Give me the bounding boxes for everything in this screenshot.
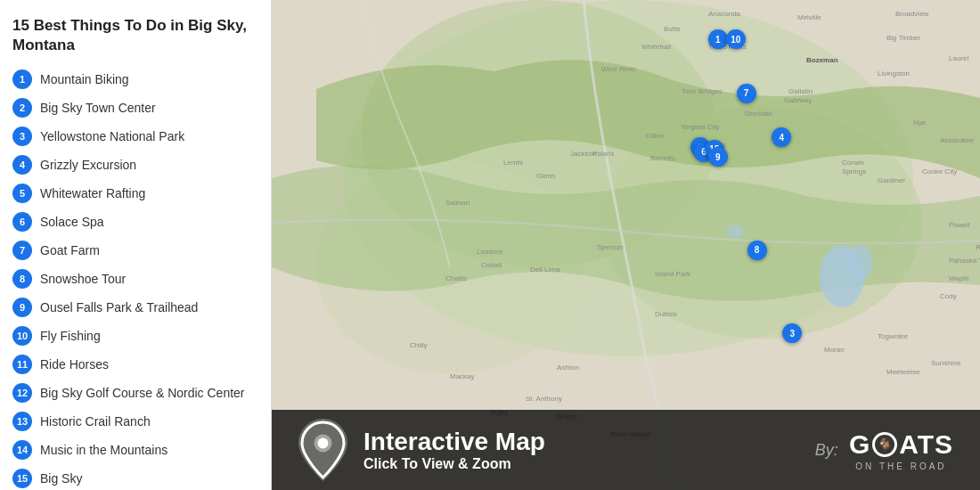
svg-text:Island Park: Island Park [655,270,691,278]
map-pin[interactable]: 10 [726,29,746,49]
svg-text:Salmon: Salmon [445,199,470,207]
list-item[interactable]: 14Music in the Mountains [12,440,258,460]
svg-text:Springs: Springs [842,167,866,176]
map-pin[interactable]: 9 [708,147,728,167]
svg-text:Cooke City: Cooke City [922,167,957,176]
svg-text:Absarokee: Absarokee [940,136,975,144]
svg-text:Chilly: Chilly [410,341,428,349]
svg-text:Butte: Butte [664,25,681,33]
item-label: Goat Farm [40,243,100,257]
location-pin-icon [298,419,347,481]
list-item[interactable]: 11Ride Horses [12,355,258,374]
list-item[interactable]: 7Goat Farm [12,241,258,260]
map-panel[interactable]: Melville Broadview Big Timber Anaconda B… [272,0,980,490]
item-badge: 15 [12,469,32,488]
list-item[interactable]: 3Yellowstone National Park [12,127,258,146]
item-badge: 6 [12,212,32,232]
svg-text:Cody: Cody [940,292,957,300]
item-label: Snowshoe Tour [40,272,126,286]
item-badge: 3 [12,127,32,146]
item-badge: 12 [12,383,32,403]
item-label: Fly Fishing [40,329,101,343]
list-item[interactable]: 10Fly Fishing [12,326,258,346]
overlay-right: By: G 🐐 ATS ON THE ROAD [815,429,953,471]
map-pin[interactable]: 1 [708,29,728,49]
item-badge: 10 [12,326,32,346]
svg-text:Powell: Powell [949,221,970,229]
svg-text:Lemhi: Lemhi [503,159,523,167]
svg-text:Spencer: Spencer [597,243,624,251]
svg-text:Togwotee: Togwotee [878,332,909,340]
svg-text:Ashton: Ashton [557,363,579,372]
svg-text:Dell Lima: Dell Lima [530,265,560,274]
item-badge: 9 [12,298,32,317]
list-item[interactable]: 13Historic Crail Ranch [12,412,258,431]
svg-point-6 [846,245,873,281]
list-item[interactable]: 8Snowshoe Tour [12,269,258,289]
item-badge: 2 [12,98,32,118]
item-label: Ousel Falls Park & Trailhead [40,300,198,314]
item-badge: 1 [12,69,32,89]
item-label: Yellowstone National Park [40,129,184,143]
list-item[interactable]: 9Ousel Falls Park & Trailhead [12,298,258,317]
svg-text:Wise River: Wise River [601,65,636,73]
list-item[interactable]: 15Big Sky [12,469,258,488]
svg-text:Laurel: Laurel [949,54,968,62]
svg-text:Gateway: Gateway [784,96,813,104]
svg-text:Wapiti: Wapiti [949,274,968,282]
map-pin[interactable]: 8 [747,241,767,260]
svg-point-7 [726,225,744,239]
list-item[interactable]: 6Solace Spa [12,212,258,232]
svg-text:Cobalt: Cobalt [481,261,502,269]
item-badge: 14 [12,440,32,460]
item-label: Ride Horses [40,357,109,372]
svg-text:Melville: Melville [797,13,821,21]
svg-text:Dubois: Dubois [655,310,677,318]
overlay-subtitle: Click To View & Zoom [363,456,545,472]
svg-point-62 [318,438,329,449]
map-pin[interactable]: 3 [782,323,802,343]
list-item[interactable]: 5Whitewater Rafting [12,184,258,203]
svg-text:Pahaska Tepee: Pahaska Tepee [949,257,980,265]
svg-text:Corwin: Corwin [842,159,864,167]
svg-text:Whitehall: Whitehall [641,43,671,51]
svg-text:Livingston: Livingston [878,69,910,78]
svg-text:Broadview: Broadview [895,10,929,18]
goats-logo: G 🐐 ATS ON THE ROAD [849,429,953,471]
list-item[interactable]: 2Big Sky Town Center [12,98,258,118]
svg-text:Big Timber: Big Timber [886,34,921,42]
list-item[interactable]: 1Mountain Biking [12,69,258,89]
overlay-title: Interactive Map [363,428,545,456]
svg-text:Sunshine: Sunshine [931,359,961,367]
svg-text:Ralston: Ralston [976,243,980,251]
svg-text:Leadore: Leadore [477,248,503,256]
item-badge: 4 [12,155,32,175]
map-pin[interactable]: 7 [737,84,756,103]
svg-text:Nye: Nye [913,118,927,127]
map-pin[interactable]: 4 [772,127,791,147]
item-badge: 8 [12,269,32,289]
svg-text:Challis: Challis [445,274,467,282]
svg-text:Anaconda: Anaconda [708,10,741,18]
svg-text:Dillon: Dillon [646,132,664,140]
svg-text:Barretts: Barretts [650,154,675,162]
item-badge: 7 [12,241,32,260]
svg-text:Gallatin: Gallatin [788,87,813,95]
map-overlay: Interactive Map Click To View & Zoom By:… [272,410,980,490]
item-label: Historic Crail Ranch [40,414,151,429]
svg-text:Moran: Moran [824,346,845,354]
by-label: By: [815,441,838,460]
overlay-text-block: Interactive Map Click To View & Zoom [363,428,545,472]
goats-tagline: ON THE ROAD [849,461,953,471]
item-label: Big Sky Town Center [40,101,156,115]
svg-text:Glenn: Glenn [536,172,555,180]
item-badge: 5 [12,184,32,203]
item-label: Music in the Mountains [40,443,167,457]
item-label: Grizzly Excursion [40,158,136,172]
item-label: Solace Spa [40,215,104,229]
list-item[interactable]: 4Grizzly Excursion [12,155,258,175]
item-badge: 11 [12,355,32,374]
list-item[interactable]: 12Big Sky Golf Course & Nordic Center [12,383,258,403]
item-badge: 13 [12,412,32,431]
item-label: Big Sky [40,471,82,486]
